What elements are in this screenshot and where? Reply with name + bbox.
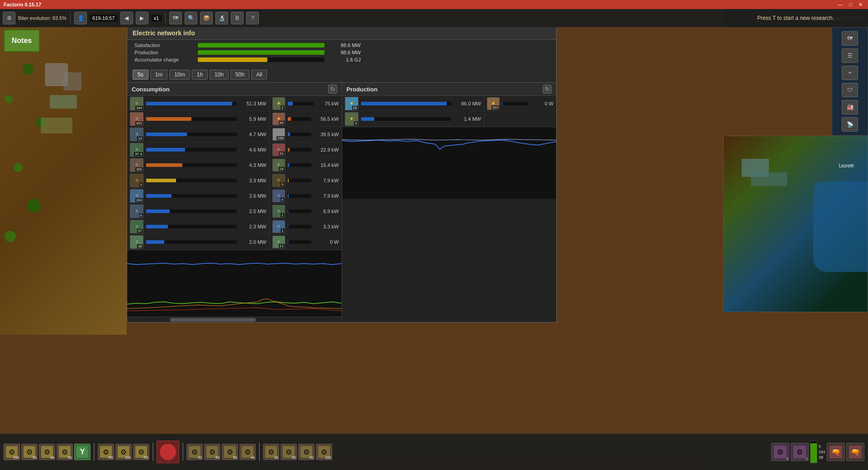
ammo-slot-1[interactable]: ⚙ 1 <box>771 443 789 461</box>
time-btn-10h[interactable]: 10h <box>210 70 229 80</box>
consumption-row-8: ⚙ 6 2.5 MW <box>127 204 269 219</box>
electric-panel-title: Electric network info <box>133 29 551 37</box>
inv-slot-1[interactable]: ⚙ 100 <box>4 444 20 460</box>
signal-icon[interactable]: 📡 <box>842 117 858 132</box>
item-bar-3 <box>146 133 237 136</box>
consumption-right-list: ⚡2 75 kW ⚡68 56.5 kW ○238 <box>269 96 342 250</box>
ammo-count-2: 1 <box>806 456 808 461</box>
consumption-refresh-button[interactable]: ↻ <box>328 85 337 94</box>
inv-slot-7[interactable]: ⚙ /50 <box>133 444 149 460</box>
time-btn-10m[interactable]: 10m <box>169 70 190 80</box>
menu-icon[interactable]: ⚙ <box>3 12 15 24</box>
inv-slot-3[interactable]: ⚙ 48 <box>39 444 55 460</box>
player-icon[interactable]: 👤 <box>74 12 87 24</box>
cons-right-power-8: 6.9 kW <box>314 209 339 214</box>
factory-icon[interactable]: 🏭 <box>842 100 858 114</box>
ammo-slot-2[interactable]: ⚙ 1 <box>791 443 809 461</box>
plus-icon[interactable]: + <box>842 66 858 80</box>
cons-right-icon-10: ⚙11 <box>272 236 285 248</box>
inv-slot-14[interactable]: ⚙ 50 <box>298 444 315 460</box>
inv-count-12: 39 <box>274 456 278 460</box>
blueprint-icon[interactable]: B <box>231 12 243 24</box>
item-bar-10 <box>146 240 237 244</box>
prod-right-power-1: 0 W <box>531 101 553 106</box>
satisfaction-row: Satisfaction 88.6 MW <box>134 43 549 48</box>
cons-right-icon-7: ⚙4 <box>272 190 285 202</box>
tech-icon[interactable]: 🔬 <box>215 12 228 24</box>
accumulator-label: Accumulator charge <box>134 57 193 62</box>
consumption-chart <box>127 250 342 322</box>
satisfaction-bar-fill <box>198 43 324 47</box>
inv-slot-5[interactable]: ⚙ /50 <box>98 444 114 460</box>
bottom-inventory-bar: ⚙ 100 ⚙ 50 ⚙ 48 ⚙ 50 Y ⚙ /50 ⚙ 100 ⚙ /50… <box>0 434 868 470</box>
consumption-row-5: ⚙ 356 4.3 MW <box>127 157 269 173</box>
minimize-button[interactable]: — <box>836 2 844 8</box>
item-bar-2 <box>146 117 237 121</box>
item-bar-fill-10 <box>146 240 164 244</box>
item-icon-2: ⚙ 452 <box>130 112 143 126</box>
inv-slot-10[interactable]: ⚙ 50 <box>222 444 238 460</box>
accumulator-value: 1.6 GJ <box>329 57 361 62</box>
prod-right-bar-1 <box>502 102 528 105</box>
cons-right-bar-7 <box>288 194 311 198</box>
time-btn-all[interactable]: All <box>251 70 267 80</box>
inv-slot-15[interactable]: ⚙ 100 <box>316 444 332 460</box>
item-power-3: 4.7 MW <box>239 132 267 137</box>
minimap[interactable]: Lezreth <box>723 136 868 312</box>
list-icon[interactable]: ☰ <box>842 48 858 63</box>
map-view-icon[interactable]: 🗺 <box>842 31 858 46</box>
maximize-button[interactable]: □ <box>847 2 854 8</box>
weapon-slot-1[interactable]: 🔫 <box>827 443 845 461</box>
time-btn-1m[interactable]: 1m <box>150 70 168 80</box>
inv-slot-2[interactable]: ⚙ 50 <box>21 444 38 460</box>
time-btn-5s[interactable]: 5s <box>133 70 148 80</box>
item-bar-fill-8 <box>146 209 170 213</box>
inv-slot-11[interactable]: ⚙ 44 <box>239 444 256 460</box>
item-count-6: 9 <box>139 183 143 187</box>
arrow-left-icon[interactable]: ◀ <box>120 12 133 24</box>
map-icon[interactable]: 🗺 <box>169 12 182 24</box>
consumption-rows-container: ⚙ 184 51.3 MW ⚙ 452 <box>127 96 342 250</box>
notes-label: Notes <box>12 37 32 45</box>
inv-slot-4[interactable]: ⚙ 50 <box>57 444 73 460</box>
inv-divider-1 <box>94 443 95 461</box>
item-icon-5: ⚙ 356 <box>130 158 143 172</box>
close-button[interactable]: ✕ <box>857 2 864 8</box>
search-icon[interactable]: 🔍 <box>185 12 197 24</box>
item-bar-fill-4 <box>146 148 185 152</box>
inv-slot-9[interactable]: ⚙ 50 <box>204 444 220 460</box>
production-chart <box>342 127 557 199</box>
item-power-9: 2.3 MW <box>239 224 267 229</box>
production-bar-bg <box>198 50 324 55</box>
inv-slot-8[interactable]: ⚙ 50 <box>186 444 203 460</box>
item-bar-fill-9 <box>146 225 168 228</box>
inv-slot-12[interactable]: ⚙ 39 <box>263 444 279 460</box>
inv-slot-y[interactable]: Y <box>74 444 91 460</box>
inv-slot-6[interactable]: ⚙ 100 <box>115 444 132 460</box>
consumption-chart-svg <box>127 250 342 322</box>
minimap-icon-bar: 🗺 ☰ + 🛡 🏭 📡 <box>832 27 868 136</box>
item-bar-fill-2 <box>146 117 191 121</box>
time-btn-1h[interactable]: 1h <box>192 70 208 80</box>
cons-right-row-10: ⚙11 0 W <box>270 234 342 250</box>
help-icon[interactable]: ? <box>246 12 259 24</box>
item-icon-7: ⚙ 264 <box>130 189 143 203</box>
inv-count-10: 50 <box>233 456 237 460</box>
inv-slot-13[interactable]: ⚙ 50 <box>281 444 297 460</box>
production-refresh-button[interactable]: ↻ <box>543 85 552 94</box>
shield-icon[interactable]: 🛡 <box>842 83 858 97</box>
notes-button[interactable]: Notes <box>4 29 40 52</box>
cons-right-bar-10 <box>288 240 311 244</box>
accumulator-bar-fill <box>198 57 267 62</box>
inv-count-5: /50 <box>108 456 113 460</box>
inventory-icon[interactable]: 📦 <box>200 12 213 24</box>
weapon-slot-2[interactable]: 🔫 <box>846 443 864 461</box>
arrow-right-icon[interactable]: ▶ <box>136 12 148 24</box>
window-controls: — □ ✕ <box>836 2 864 8</box>
inv-count-14: 50 <box>310 456 314 460</box>
time-btn-50h[interactable]: 50h <box>230 70 249 80</box>
consumption-panel: Consumption ↻ ⚙ 184 51.3 MW <box>127 83 342 322</box>
research-prompt: Press T to start a new research. <box>757 15 834 21</box>
production-right-list: ⚡320 0 W <box>484 96 556 127</box>
inv-slot-red[interactable] <box>157 441 179 463</box>
